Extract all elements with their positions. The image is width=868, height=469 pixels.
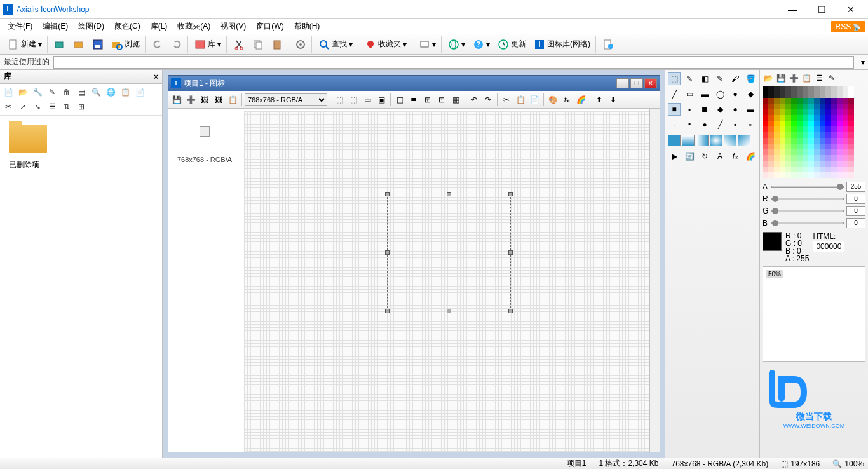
swatch[interactable] — [797, 132, 803, 138]
brush-diamond[interactable]: ◆ — [714, 103, 726, 116]
handle-nw[interactable] — [385, 192, 390, 196]
swatch[interactable] — [791, 109, 797, 115]
swatch[interactable] — [848, 98, 854, 104]
swatch[interactable] — [768, 92, 774, 98]
doc-grid-icon[interactable]: ⊞ — [421, 93, 434, 106]
swatch[interactable] — [848, 167, 854, 172]
doc-close-button[interactable]: ✕ — [644, 78, 657, 88]
swatch[interactable] — [848, 126, 854, 132]
swatch[interactable] — [785, 172, 791, 178]
swatch[interactable] — [763, 104, 768, 109]
cut-button[interactable] — [230, 37, 248, 52]
doc-import-icon[interactable]: ⬇ — [607, 93, 620, 106]
swatch[interactable] — [814, 121, 820, 126]
doc-paste-icon[interactable]: 📄 — [528, 93, 541, 106]
doc-tool1-icon[interactable]: ⬚ — [333, 93, 346, 106]
menu-draw[interactable]: 绘图(D) — [73, 19, 109, 34]
doc-save-icon[interactable]: 💾 — [170, 93, 183, 106]
swatch[interactable] — [831, 132, 837, 138]
swatch[interactable] — [808, 126, 814, 132]
swatch[interactable] — [843, 126, 848, 132]
swatch[interactable] — [785, 104, 791, 109]
brush-dot2[interactable]: • — [683, 118, 696, 131]
open-button[interactable] — [51, 37, 69, 52]
selection-rect[interactable] — [387, 194, 511, 311]
swatch[interactable] — [763, 115, 768, 121]
swatch[interactable] — [803, 149, 808, 155]
swatch[interactable] — [768, 86, 774, 92]
swatch[interactable] — [848, 144, 854, 149]
swatch[interactable] — [820, 132, 825, 138]
swatch[interactable] — [837, 109, 843, 115]
swatch[interactable] — [820, 98, 825, 104]
doc-layers-icon[interactable]: ≣ — [407, 93, 420, 106]
swatch[interactable] — [814, 155, 820, 161]
swatch[interactable] — [768, 132, 774, 138]
sb-new-icon[interactable]: 📄 — [2, 86, 15, 99]
swatch[interactable] — [825, 155, 831, 161]
swatch[interactable] — [791, 121, 797, 126]
doc-copy-icon[interactable]: 📋 — [514, 93, 527, 106]
swatch[interactable] — [803, 92, 808, 98]
cp-list-icon[interactable]: ☰ — [813, 72, 825, 84]
library-button[interactable]: 库 ▾ — [191, 37, 224, 52]
swatch[interactable] — [837, 121, 843, 126]
swatch[interactable] — [825, 86, 831, 92]
swatch[interactable] — [803, 109, 808, 115]
handle-e[interactable] — [508, 250, 513, 255]
swatch[interactable] — [831, 109, 837, 115]
swatch[interactable] — [814, 115, 820, 121]
brush-disc[interactable]: ● — [729, 103, 742, 116]
swatch[interactable] — [843, 167, 848, 172]
doc-split-icon[interactable]: ◫ — [393, 93, 406, 106]
swatch[interactable] — [837, 172, 843, 178]
swatch[interactable] — [797, 115, 803, 121]
doc-tool3-icon[interactable]: ▭ — [361, 93, 374, 106]
swatch[interactable] — [837, 86, 843, 92]
swatch[interactable] — [780, 109, 785, 115]
swatch[interactable] — [820, 149, 825, 155]
swatch[interactable] — [831, 172, 837, 178]
swatch[interactable] — [831, 167, 837, 172]
swatch[interactable] — [814, 149, 820, 155]
menu-library[interactable]: 库(L) — [146, 19, 173, 34]
doc-snap-icon[interactable]: ⊡ — [435, 93, 448, 106]
swatch[interactable] — [803, 86, 808, 92]
swatch[interactable] — [791, 149, 797, 155]
slider-r[interactable]: R0 — [763, 194, 865, 204]
swatch[interactable] — [780, 132, 785, 138]
swatch[interactable] — [797, 149, 803, 155]
doc-maximize-button[interactable]: ☐ — [630, 78, 643, 88]
handle-w[interactable] — [385, 250, 390, 255]
doc-redo-icon[interactable]: ↷ — [482, 93, 494, 106]
brush-slash[interactable]: ╱ — [714, 118, 726, 131]
swatch[interactable] — [814, 144, 820, 149]
swatch[interactable] — [768, 115, 774, 121]
swatch[interactable] — [797, 144, 803, 149]
copy-button[interactable] — [249, 37, 267, 52]
swatch[interactable] — [763, 144, 768, 149]
swatch[interactable] — [780, 115, 785, 121]
swatch[interactable] — [814, 161, 820, 167]
settings-button[interactable] — [292, 37, 309, 52]
swatch[interactable] — [843, 138, 848, 144]
swatch[interactable] — [843, 155, 848, 161]
swatch[interactable] — [848, 132, 854, 138]
document-titlebar[interactable]: I 项目1 - 图标 _ ☐ ✕ — [168, 76, 660, 91]
tool-text[interactable]: A — [714, 150, 726, 163]
swatch[interactable] — [780, 161, 785, 167]
swatch[interactable] — [780, 121, 785, 126]
swatch[interactable] — [803, 161, 808, 167]
swatch[interactable] — [768, 104, 774, 109]
swatch[interactable] — [785, 132, 791, 138]
handle-se[interactable] — [508, 309, 513, 313]
swatch[interactable] — [843, 86, 848, 92]
swatch[interactable] — [780, 98, 785, 104]
swatch[interactable] — [797, 172, 803, 178]
tool-rect[interactable]: ▭ — [683, 88, 696, 100]
swatch[interactable] — [825, 138, 831, 144]
menu-window[interactable]: 窗口(W) — [251, 19, 288, 34]
cp-picker-icon[interactable]: ✎ — [826, 72, 837, 84]
monitor-button[interactable]: ▾ — [416, 37, 439, 52]
swatch[interactable] — [797, 86, 803, 92]
